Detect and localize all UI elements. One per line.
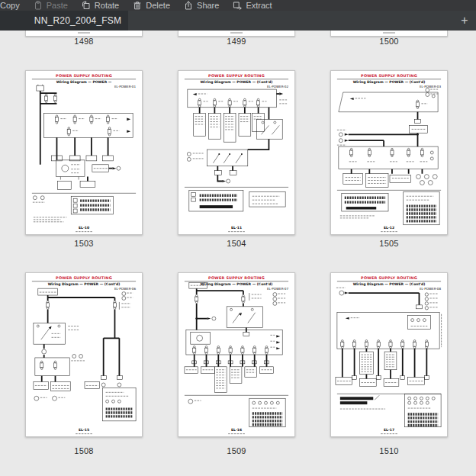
rotate-icon bbox=[82, 1, 91, 10]
page-thumbnail-1505[interactable]: POWER SUPPLY ROUTING Wiring Diagram — PO… bbox=[330, 70, 448, 235]
thumb-title: POWER SUPPLY ROUTING bbox=[208, 275, 265, 280]
page-number-1509: 1509 bbox=[178, 445, 295, 456]
extract-icon bbox=[233, 1, 242, 10]
tab-bar: NN_R20_2004_FSM + bbox=[0, 11, 476, 31]
tab-label: NN_R20_2004_FSM bbox=[34, 15, 121, 26]
page-thumbnail-1508[interactable]: POWER SUPPLY ROUTING Wiring Diagram — PO… bbox=[25, 272, 143, 437]
thumb-subtitle: Wiring Diagram — POWER — (Cont'd) bbox=[201, 282, 273, 286]
tab-nn-r20-2004-fsm[interactable]: NN_R20_2004_FSM bbox=[0, 11, 128, 31]
rotate-button-label: Rotate bbox=[95, 1, 119, 10]
thumb-code: EL-POWER-03 bbox=[420, 85, 442, 88]
thumb-subtitle: Wiring Diagram — POWER — (Cont'd) bbox=[48, 282, 121, 286]
thumb-subtitle: Wiring Diagram — POWER — (Cont'd) bbox=[353, 282, 426, 286]
page-number-1500: 1500 bbox=[330, 36, 448, 47]
thumb-code: EL-POWER-08 bbox=[420, 287, 442, 291]
page-number-1498: 1498 bbox=[25, 36, 143, 47]
page-number-1503: 1503 bbox=[25, 238, 143, 249]
new-tab-button[interactable]: + bbox=[456, 11, 473, 31]
page-footer-smudge bbox=[383, 32, 395, 34]
extract-button-label: Extract bbox=[246, 1, 272, 10]
thumb-code: EL-POWER-06 bbox=[114, 287, 137, 291]
page-number-1499: 1499 bbox=[178, 36, 295, 47]
rotate-button[interactable]: Rotate bbox=[75, 0, 126, 11]
paste-button-label: Paste bbox=[47, 1, 68, 10]
extract-button[interactable]: Extract bbox=[226, 0, 278, 11]
thumb-title: POWER SUPPLY ROUTING bbox=[208, 73, 265, 78]
page-footer-smudge bbox=[78, 32, 90, 34]
thumb-code: EL-POWER-02 bbox=[267, 85, 289, 88]
paste-button[interactable]: Paste bbox=[27, 0, 75, 11]
delete-icon bbox=[133, 1, 142, 10]
copy-button[interactable]: Copy bbox=[0, 0, 27, 11]
page-thumbnail-1503[interactable]: POWER SUPPLY ROUTING Wiring Diagram — PO… bbox=[25, 70, 143, 235]
thumb-subtitle: Wiring Diagram — POWER — (Cont'd) bbox=[353, 80, 426, 84]
delete-button-label: Delete bbox=[146, 1, 170, 10]
thumb-title: POWER SUPPLY ROUTING bbox=[361, 275, 417, 280]
top-toolbar: Copy Paste Rotate Delete Share Extract bbox=[0, 0, 476, 11]
share-button-label: Share bbox=[197, 1, 219, 10]
thumb-title: POWER SUPPLY ROUTING bbox=[361, 73, 417, 78]
thumb-subtitle: Wiring Diagram — POWER — (Cont'd) bbox=[201, 80, 273, 84]
thumb-title: POWER SUPPLY ROUTING bbox=[56, 73, 112, 78]
paste-icon bbox=[34, 1, 43, 10]
thumb-footer: EL-10 bbox=[79, 226, 89, 230]
wiring-diagram-preview-1510: POWER SUPPLY ROUTING Wiring Diagram — PO… bbox=[331, 273, 447, 436]
thumb-code: EL-POWER-01 bbox=[114, 85, 137, 88]
page-thumbnail-1510[interactable]: POWER SUPPLY ROUTING Wiring Diagram — PO… bbox=[330, 272, 448, 437]
share-icon bbox=[184, 1, 193, 10]
page-footer-smudge bbox=[230, 32, 243, 34]
page-thumbnail-1504[interactable]: POWER SUPPLY ROUTING Wiring Diagram — PO… bbox=[178, 70, 295, 235]
page-number-1505: 1505 bbox=[330, 238, 448, 249]
wiring-diagram-preview-1504: POWER SUPPLY ROUTING Wiring Diagram — PO… bbox=[178, 71, 294, 234]
thumb-title: POWER SUPPLY ROUTING bbox=[56, 275, 112, 280]
wiring-diagram-preview-1509: POWER SUPPLY ROUTING Wiring Diagram — PO… bbox=[178, 273, 294, 436]
thumb-footer: EL-11 bbox=[231, 226, 242, 230]
page-number-1504: 1504 bbox=[178, 238, 295, 249]
thumb-subtitle: Wiring Diagram — POWER — bbox=[56, 80, 112, 84]
page-number-1508: 1508 bbox=[25, 445, 143, 456]
wiring-diagram-preview-1503: POWER SUPPLY ROUTING Wiring Diagram — PO… bbox=[26, 71, 142, 234]
page-number-1510: 1510 bbox=[330, 445, 448, 456]
page-thumbnail-1509[interactable]: POWER SUPPLY ROUTING Wiring Diagram — PO… bbox=[178, 272, 295, 437]
wiring-diagram-preview-1505: POWER SUPPLY ROUTING Wiring Diagram — PO… bbox=[331, 71, 447, 234]
thumb-code: EL-POWER-07 bbox=[267, 287, 289, 291]
wiring-diagram-preview-1508: POWER SUPPLY ROUTING Wiring Diagram — PO… bbox=[26, 273, 142, 436]
thumbnail-grid: 1498 1499 1500 POWER SUPPLY ROUTING Wiri… bbox=[0, 31, 476, 476]
thumb-footer: EL-15 bbox=[79, 428, 89, 432]
copy-button-label: Copy bbox=[0, 1, 20, 10]
thumb-footer: EL-12 bbox=[384, 226, 394, 230]
thumb-footer: EL-16 bbox=[231, 428, 242, 432]
delete-button[interactable]: Delete bbox=[126, 0, 177, 11]
share-button[interactable]: Share bbox=[177, 0, 226, 11]
thumb-footer: EL-17 bbox=[384, 428, 394, 432]
